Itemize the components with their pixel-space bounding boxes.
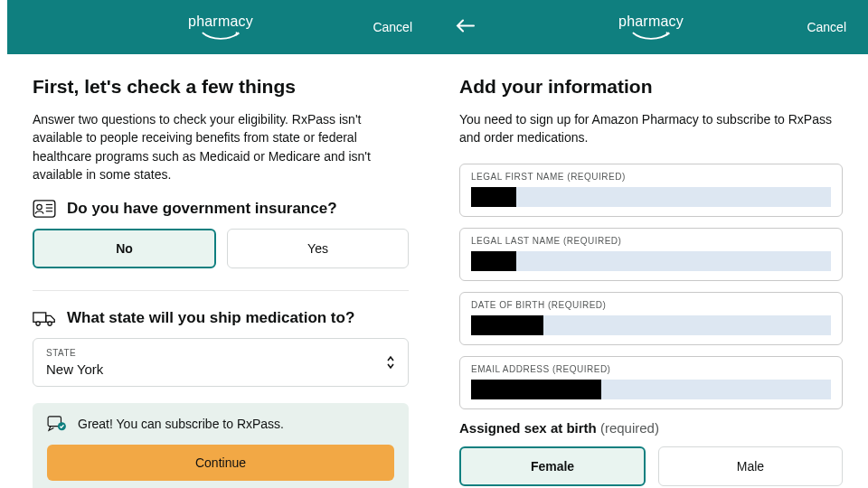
svg-point-1 (37, 205, 42, 210)
redacted-value (471, 187, 516, 207)
sex-female-button[interactable]: Female (459, 446, 646, 486)
redacted-value (471, 251, 516, 271)
eligibility-content: First, let's check a few things Answer t… (7, 54, 434, 488)
insurance-no-button[interactable]: No (33, 229, 216, 268)
page-subtitle: You need to sign up for Amazon Pharmacy … (459, 110, 843, 147)
updown-icon (386, 355, 395, 370)
sex-male-button[interactable]: Male (658, 446, 843, 486)
cancel-button[interactable]: Cancel (807, 20, 846, 34)
logo-text: pharmacy (618, 14, 684, 30)
state-field-label: STATE (46, 348, 395, 358)
svg-point-6 (36, 322, 40, 325)
id-card-icon (33, 200, 56, 218)
state-select[interactable]: STATE New York (33, 338, 409, 387)
success-banner: Great! You can subscribe to RxPass. Cont… (33, 403, 409, 488)
dob-field[interactable]: DATE OF BIRTH (REQUIRED) (459, 292, 843, 345)
dob-input[interactable] (471, 315, 831, 335)
back-button[interactable] (456, 17, 476, 38)
svg-rect-0 (33, 201, 55, 217)
continue-button[interactable]: Continue (47, 445, 394, 481)
header-right: pharmacy Cancel (434, 0, 868, 54)
email-input[interactable] (471, 380, 831, 399)
first-name-field[interactable]: LEGAL FIRST NAME (REQUIRED) (459, 164, 843, 217)
svg-point-7 (48, 322, 52, 325)
sex-options: Female Male (459, 446, 843, 486)
dob-label: DATE OF BIRTH (REQUIRED) (471, 300, 831, 310)
truck-icon (33, 309, 56, 327)
page-title: Add your information (459, 76, 843, 98)
info-panel: pharmacy Cancel Add your information You… (434, 0, 868, 488)
svg-rect-5 (33, 313, 46, 322)
insurance-yes-button[interactable]: Yes (227, 229, 409, 268)
question-row-state: What state will you ship medication to? (33, 309, 409, 327)
insurance-question: Do you have government insurance? (67, 200, 337, 218)
pharmacy-logo: pharmacy (618, 14, 684, 41)
last-name-field[interactable]: LEGAL LAST NAME (REQUIRED) (459, 228, 843, 281)
smile-icon (632, 32, 670, 41)
success-text: Great! You can subscribe to RxPass. (78, 417, 284, 431)
last-name-label: LEGAL LAST NAME (REQUIRED) (471, 236, 831, 246)
first-name-input[interactable] (471, 187, 831, 207)
state-field-value: New York (46, 361, 395, 377)
info-content: Add your information You need to sign up… (434, 54, 868, 488)
header-left: pharmacy Cancel (7, 0, 434, 54)
question-row-insurance: Do you have government insurance? (33, 200, 409, 218)
page-title: First, let's check a few things (33, 76, 409, 98)
cancel-button[interactable]: Cancel (373, 20, 412, 34)
pharmacy-logo: pharmacy (188, 14, 253, 41)
sex-label: Assigned sex at birth (required) (459, 420, 843, 436)
logo-text: pharmacy (188, 14, 253, 30)
redacted-value (471, 315, 543, 335)
email-label: EMAIL ADDRESS (REQUIRED) (471, 364, 831, 374)
eligibility-panel: pharmacy Cancel First, let's check a few… (0, 0, 434, 488)
insurance-options: No Yes (33, 229, 409, 268)
chat-check-icon (47, 416, 67, 432)
divider (33, 290, 409, 291)
first-name-label: LEGAL FIRST NAME (REQUIRED) (471, 172, 831, 182)
state-question: What state will you ship medication to? (67, 309, 354, 327)
last-name-input[interactable] (471, 251, 831, 271)
email-field[interactable]: EMAIL ADDRESS (REQUIRED) (459, 356, 843, 409)
page-subtitle: Answer two questions to check your eligi… (33, 110, 409, 183)
smile-icon (202, 32, 240, 41)
redacted-value (471, 380, 601, 399)
